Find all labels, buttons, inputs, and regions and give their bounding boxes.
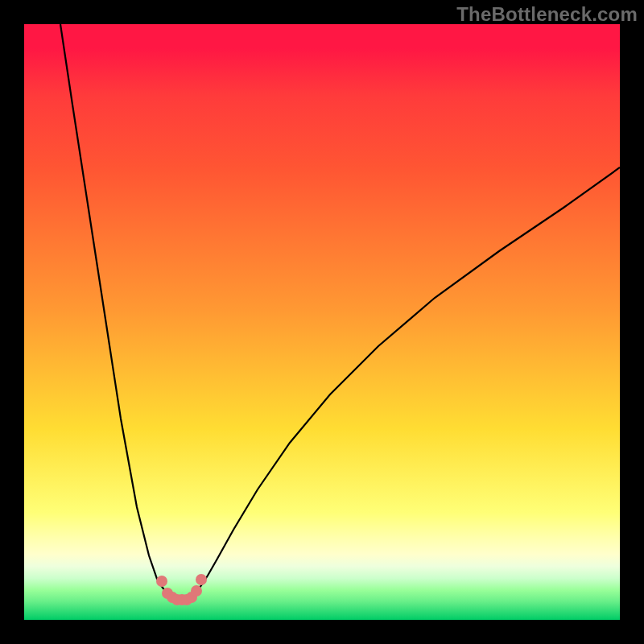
highlight-marker <box>191 585 202 597</box>
curve-svg <box>24 24 620 620</box>
highlight-marker <box>196 574 207 585</box>
watermark-text: TheBottleneck.com <box>456 3 638 26</box>
highlight-marker <box>156 576 167 587</box>
chart-frame: TheBottleneck.com <box>0 0 644 644</box>
curve-right <box>189 167 620 599</box>
plot-area <box>24 24 620 620</box>
curve-left <box>60 24 175 599</box>
